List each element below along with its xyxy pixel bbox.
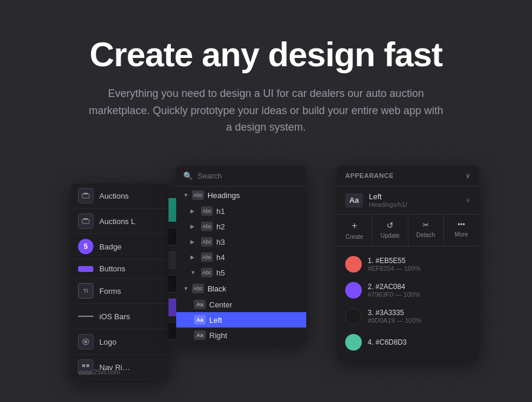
appearance-title: APPEARANCE <box>345 172 394 179</box>
layer-h4[interactable]: ▶ Abc h4 <box>176 249 306 265</box>
search-input[interactable] <box>197 171 299 180</box>
selector-name: Left <box>369 192 460 201</box>
search-bar: 🔍 <box>176 166 306 187</box>
h4-label: h4 <box>216 253 225 262</box>
headings-badge: Abc <box>192 190 204 200</box>
layers-panel: 🔍 ▼ Abc Headings ▶ Abc h1 ▶ Abc h2 ▶ Abc… <box>176 166 306 343</box>
create-button[interactable]: + Create <box>337 215 372 246</box>
black-badge: Abc <box>192 284 204 293</box>
search-icon: 🔍 <box>183 171 193 180</box>
center-label: Center <box>209 300 232 309</box>
h4-arrow: ▶ <box>190 254 197 260</box>
layer-left[interactable]: Aa Left <box>176 312 306 328</box>
sidebar-item-buttons[interactable]: Buttons <box>71 260 168 278</box>
h5-badge: Abc <box>201 268 213 277</box>
black-arrow: ▼ <box>183 286 189 291</box>
color-swatch-3 <box>345 308 362 325</box>
svg-rect-1 <box>83 193 88 194</box>
logo-icon <box>78 334 93 349</box>
logo-label: Logo <box>99 338 116 346</box>
color-code-1: #EF8354 — 100% <box>368 265 471 272</box>
headings-label: Headings <box>207 191 240 200</box>
sidebar-item-badge[interactable]: 5 Badge <box>71 234 168 260</box>
layer-h2[interactable]: ▶ Abc h2 <box>176 219 306 234</box>
headings-section-header[interactable]: ▼ Abc Headings <box>176 187 306 203</box>
aa-box: Aa <box>345 193 363 208</box>
color-code-3: #0D0A19 — 100% <box>368 317 471 324</box>
color-item-4[interactable]: 4. #C6D8D3 <box>337 329 479 355</box>
color-swatch-2 <box>345 282 362 299</box>
layer-h5[interactable]: ▼ Abc h5 <box>176 265 306 280</box>
color-swatch-4 <box>345 334 362 351</box>
detach-button[interactable]: ✂ Detach <box>408 215 444 246</box>
headings-arrow: ▼ <box>183 192 189 198</box>
svg-rect-2 <box>82 219 89 223</box>
h3-badge: Abc <box>201 237 213 247</box>
auctions2-label: Auctions L <box>99 217 135 226</box>
sidebar-item-forms[interactable]: Ti Forms <box>71 278 168 304</box>
color-name-3: 3. #3A3335 <box>368 309 471 317</box>
appearance-panel: APPEARANCE ∨ Aa Left Headings/h1/ ∨ + Cr… <box>337 166 479 360</box>
left-badge: Aa <box>194 315 206 325</box>
color-item-1[interactable]: 1. #EB5E55 #EF8354 — 100% <box>337 251 479 277</box>
sidebar-item-logo[interactable]: Logo <box>71 329 168 355</box>
hero-title: Create any design fast <box>47 35 485 73</box>
buttons-icon <box>78 266 93 272</box>
color-item-2[interactable]: 2. #2AC084 #7963F0 — 100% <box>337 277 479 303</box>
more-button[interactable]: ••• More <box>444 215 479 246</box>
color-name-2: 2. #2AC084 <box>368 283 471 291</box>
update-button[interactable]: ↺ Update <box>372 215 408 246</box>
appearance-selector[interactable]: Aa Left Headings/h1/ ∨ <box>337 186 479 215</box>
hero-subtitle: Everything you need to design a UI for c… <box>89 85 443 136</box>
website-badge: www.25xt.com <box>71 364 127 380</box>
color-swatch-1 <box>345 256 362 273</box>
h2-badge: Abc <box>201 222 213 231</box>
forms-label: Forms <box>99 287 121 296</box>
right-badge: Aa <box>194 330 206 340</box>
svg-rect-0 <box>82 194 89 198</box>
auctions1-icon <box>78 188 93 203</box>
badge-label: Badge <box>99 242 122 251</box>
h1-badge: Abc <box>201 206 213 216</box>
left-label: Left <box>209 316 222 325</box>
auctions2-icon <box>78 213 93 229</box>
h2-arrow: ▶ <box>190 223 197 229</box>
sidebar-item-auctions2[interactable]: Auctions L <box>71 209 168 234</box>
h1-label: h1 <box>216 207 225 216</box>
h4-badge: Abc <box>201 252 213 262</box>
color-name-4: 4. #C6D8D3 <box>368 338 471 346</box>
selector-chevron-icon: ∨ <box>466 196 471 204</box>
right-label: Right <box>209 331 227 340</box>
selector-text: Left Headings/h1/ <box>369 192 460 208</box>
color-info-1: 1. #EB5E55 #EF8354 — 100% <box>368 257 471 272</box>
sidebar-item-ios-bars[interactable]: iOS Bars <box>71 304 168 329</box>
h1-arrow: ▶ <box>190 208 197 214</box>
detach-label: Detach <box>416 232 435 238</box>
layer-right[interactable]: Aa Right <box>176 328 306 343</box>
ios-bars-label: iOS Bars <box>99 312 130 321</box>
appearance-header: APPEARANCE ∨ <box>337 166 479 186</box>
panels-container: Auctions Auctions L 5 Badge Buttons Ti F… <box>0 166 532 390</box>
sidebar-item-auctions1[interactable]: Auctions <box>71 183 168 209</box>
layer-h1[interactable]: ▶ Abc h1 <box>176 203 306 219</box>
badge-icon: 5 <box>78 239 93 254</box>
color-item-3[interactable]: 3. #3A3335 #0D0A19 — 100% <box>337 303 479 329</box>
h3-arrow: ▶ <box>190 239 197 245</box>
hero-section: Create any design fast Everything you ne… <box>0 0 532 160</box>
color-info-4: 4. #C6D8D3 <box>368 338 471 346</box>
svg-rect-3 <box>83 218 88 220</box>
black-section-header[interactable]: ▼ Abc Black <box>176 280 306 297</box>
appearance-collapse-icon[interactable]: ∨ <box>465 171 471 180</box>
more-icon: ••• <box>458 221 465 229</box>
left-sidebar: Auctions Auctions L 5 Badge Buttons Ti F… <box>71 183 168 380</box>
layer-h3[interactable]: ▶ Abc h3 <box>176 234 306 249</box>
create-label: Create <box>346 234 364 240</box>
buttons-label: Buttons <box>99 264 125 273</box>
ios-bars-icon <box>78 309 93 324</box>
h5-label: h5 <box>216 268 225 277</box>
layer-center[interactable]: Aa Center <box>176 297 306 312</box>
auctions1-label: Auctions <box>99 192 129 200</box>
color-info-3: 3. #3A3335 #0D0A19 — 100% <box>368 309 471 324</box>
update-label: Update <box>381 232 400 239</box>
h3-label: h3 <box>216 238 225 247</box>
